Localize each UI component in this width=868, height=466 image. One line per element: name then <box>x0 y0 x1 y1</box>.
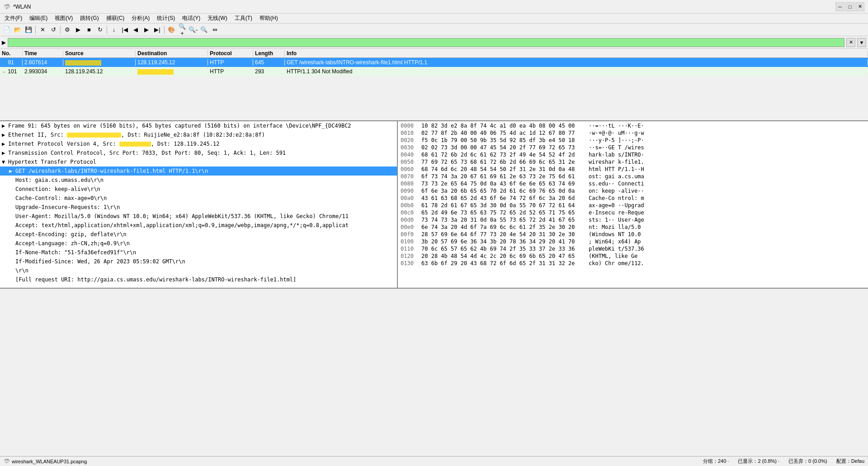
toolbar-zoom-in[interactable]: 🔍+ <box>177 25 187 35</box>
toolbar-restart-capture[interactable]: ↻ <box>95 25 105 35</box>
status-right: 分组：240 · 已显示：2 (0.8%) · 已丢弃：0 (0.0%) 配置：… <box>703 458 864 465</box>
hex-row: 01003b 20 57 69 6e 36 34 3b 20 78 36 34 … <box>399 238 867 245</box>
toolbar-colorize[interactable]: 🎨 <box>166 25 176 35</box>
detail-http-field-row[interactable]: Connection: keep-alive\r\n <box>0 185 397 194</box>
detail-http-field-row[interactable]: Host: gaia.cs.umass.edu\r\n <box>0 176 397 185</box>
packet-length: 293 <box>253 68 285 75</box>
detail-http-field-row[interactable]: Accept-Language: zh-CN,zh;q=0.9\r\n <box>0 239 397 248</box>
window-title: *WLAN <box>13 4 31 10</box>
toolbar-open[interactable]: 📂 <box>13 25 23 35</box>
hex-bytes: 02 02 73 3d 00 00 47 45 54 20 2f 77 69 7… <box>421 144 584 151</box>
detail-http-field-row[interactable]: If-None-Match: "51-5fa36efced91f"\r\n <box>0 248 397 257</box>
hex-ascii: ···y·P·5 ]···;·P· <box>589 137 644 143</box>
toolbar-sep2 <box>60 26 61 34</box>
menu-item[interactable]: 跳转(G) <box>77 14 101 23</box>
hex-bytes: 73 74 73 3a 20 31 0d 0a 55 73 65 72 2d 4… <box>421 217 584 223</box>
toolbar-resize-columns[interactable]: ⇔ <box>210 25 220 35</box>
packet-destination <box>136 68 208 75</box>
table-row[interactable]: ← 101 2.993034 128.119.245.12 HTTP 293 H… <box>0 67 868 76</box>
detail-frame-row[interactable]: ▶ Frame 91: 645 bytes on wire (5160 bits… <box>0 121 397 130</box>
detail-http-get-row[interactable]: ▶ GET /wireshark-labs/INTRO-wireshark-fi… <box>0 166 397 176</box>
hex-offset: 0020 <box>401 137 417 143</box>
detail-http-field-row[interactable]: Accept-Encoding: gzip, deflate\r\n <box>0 230 397 239</box>
menu-item[interactable]: 无线(W) <box>205 14 230 23</box>
hex-bytes: 3b 20 57 69 6e 36 34 3b 20 78 36 34 29 2… <box>421 238 584 245</box>
detail-ip-row[interactable]: ▶ Internet Protocol Version 4, Src: , Ds… <box>0 139 397 148</box>
toolbar-start-capture[interactable]: ▶ <box>73 25 83 35</box>
hex-bytes: 63 6b 6f 29 20 43 68 72 6f 6d 65 2f 31 3… <box>421 260 584 266</box>
hex-offset: 0060 <box>401 166 417 172</box>
close-button[interactable]: ✕ <box>855 2 864 11</box>
detail-http-get-text: GET /wireshark-labs/INTRO-wireshark-file… <box>15 168 208 174</box>
detail-ethernet-row[interactable]: ▶ Ethernet II, Src: , Dst: RuijieNe_e2:8… <box>0 130 397 139</box>
detail-http-row[interactable]: ▼ Hypertext Transfer Protocol <box>0 157 397 166</box>
packet-list-header: No. Time Source Destination Protocol Len… <box>0 49 868 58</box>
detail-http-field-cache: Cache-Control: max-age=0\r\n <box>15 195 107 201</box>
detail-http-field-encoding: Accept-Encoding: gzip, deflate\r\n <box>15 231 127 238</box>
expand-icon: ▶ <box>2 123 8 129</box>
detail-tcp-text: Transmission Control Protocol, Src Port:… <box>8 150 286 156</box>
toolbar-go-last[interactable]: ▶| <box>152 25 162 35</box>
detail-http-field-row[interactable]: \r\n <box>0 266 397 275</box>
detail-http-field-row[interactable]: Upgrade-Insecure-Requests: 1\r\n <box>0 203 397 212</box>
menu-item[interactable]: 帮助(H) <box>257 14 281 23</box>
hex-offset: 0030 <box>401 144 417 151</box>
detail-http-field-conn: Connection: keep-alive\r\n <box>15 186 100 192</box>
hex-bytes: 10 82 3d e2 8a 8f 74 4c a1 d0 ea 4b 08 0… <box>421 123 584 129</box>
toolbar-scroll-end[interactable]: ↓ <box>109 25 119 35</box>
hex-bytes: 6f 73 74 3a 20 67 61 69 61 2e 63 73 2e 7… <box>421 173 584 180</box>
detail-http-field-row[interactable]: User-Agent: Mozilla/5.0 (Windows NT 10.0… <box>0 212 397 221</box>
packet-no: ← 101 <box>0 68 23 75</box>
toolbar-sep4 <box>164 26 165 34</box>
hex-ascii: nt: Mozi lla/5.0 <box>589 224 641 230</box>
hex-row: 0020f5 0c 1b 79 00 50 9b 35 5d 92 85 df … <box>399 137 867 144</box>
detail-http-field-uri: [Full request URI: http://gaia.cs.umass.… <box>15 276 296 283</box>
table-row[interactable]: → 91 2.607614 128.119.245.12 HTTP 645 GE… <box>0 58 868 67</box>
hex-ascii: sts: 1·· User-Age <box>589 217 644 223</box>
hex-ascii: ax-age=0 ··Upgrad <box>589 202 644 209</box>
packet-no: → 91 <box>0 59 23 66</box>
toolbar-close[interactable]: ✕ <box>38 25 47 35</box>
hex-ascii: (Windows NT 10.0 <box>589 231 641 238</box>
hex-offset: 00c0 <box>401 209 417 216</box>
toolbar-new[interactable]: 📄 <box>2 25 12 35</box>
toolbar-zoom-reset[interactable]: 🔍 <box>199 25 209 35</box>
hex-offset: 0010 <box>401 130 417 136</box>
packet-detail-pane: ▶ Frame 91: 645 bytes on wire (5160 bits… <box>0 121 398 288</box>
hex-bytes: 68 61 72 6b 2d 6c 61 62 73 2f 49 4e 54 5… <box>421 152 584 158</box>
detail-http-field-row[interactable]: Accept: text/html,application/xhtml+xml,… <box>0 221 397 230</box>
col-header-info: Info <box>285 50 868 57</box>
detail-http-field-row[interactable]: If-Modified-Since: Wed, 26 Apr 2023 05:5… <box>0 257 397 266</box>
toolbar-stop-capture[interactable]: ■ <box>84 25 94 35</box>
packet-length: 645 <box>253 59 285 66</box>
packet-info: GET /wireshark-labs/INTRO-wireshark-file… <box>285 59 868 66</box>
menu-item[interactable]: 电话(Y) <box>179 14 203 23</box>
menu-item[interactable]: 编辑(E) <box>27 14 50 23</box>
toolbar-go-first[interactable]: |◀ <box>120 25 130 35</box>
filter-input[interactable]: http <box>8 38 844 47</box>
toolbar-reload[interactable]: ↺ <box>48 25 58 35</box>
menu-item[interactable]: 视图(V) <box>52 14 75 23</box>
detail-http-field-row[interactable]: [Full request URI: http://gaia.cs.umass.… <box>0 275 397 284</box>
toolbar-go-next[interactable]: ▶ <box>142 25 151 35</box>
detail-http-field-row[interactable]: Cache-Control: max-age=0\r\n <box>0 194 397 203</box>
menu-item[interactable]: 统计(S) <box>154 14 178 23</box>
minimize-button[interactable]: ─ <box>835 2 844 11</box>
detail-tcp-row[interactable]: ▶ Transmission Control Protocol, Src Por… <box>0 148 397 157</box>
toolbar-zoom-out[interactable]: 🔍- <box>188 25 198 35</box>
toolbar-go-prev[interactable]: ◀ <box>131 25 141 35</box>
packet-time: 2.607614 <box>23 59 63 66</box>
filter-dropdown-btn[interactable]: ▼ <box>857 38 866 47</box>
toolbar-capture-options[interactable]: ⚙ <box>62 25 72 35</box>
menu-item[interactable]: 工具(T) <box>232 14 255 23</box>
filter-close-btn[interactable]: ✕ <box>846 38 855 47</box>
maximize-button[interactable]: □ <box>845 2 854 11</box>
hex-bytes: 6e 74 3a 20 4d 6f 7a 69 6c 6c 61 2f 35 2… <box>421 224 584 230</box>
toolbar-save[interactable]: 💾 <box>24 25 33 35</box>
menu-item[interactable]: 文件(F) <box>2 14 25 23</box>
filterbar: ▶ http ✕ ▼ <box>0 36 868 49</box>
packet-protocol: HTTP <box>208 68 253 75</box>
menu-item[interactable]: 分析(A) <box>129 14 152 23</box>
menu-item[interactable]: 捕获(C) <box>104 14 127 23</box>
hex-ascii: ost: gai a.cs.uma <box>589 173 644 180</box>
